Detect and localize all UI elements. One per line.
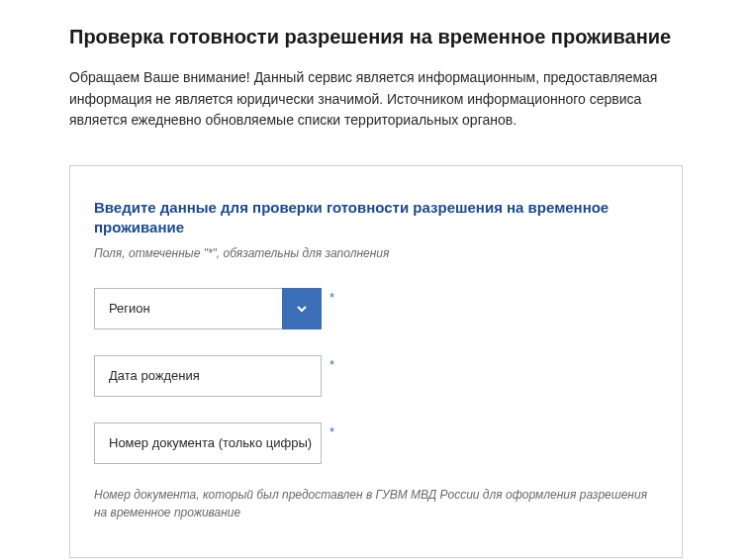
- intro-text: Обращаем Ваше внимание! Данный сервис яв…: [69, 67, 683, 132]
- docnum-label: Номер документа (только цифры): [95, 435, 321, 450]
- chevron-down-icon: [295, 302, 309, 316]
- page-title: Проверка готовности разрешения на времен…: [69, 24, 683, 49]
- field-row-docnum: Номер документа (только цифры) *: [94, 422, 658, 464]
- field-row-birthdate: Дата рождения *: [94, 355, 658, 397]
- region-label: Регион: [95, 301, 282, 316]
- required-asterisk: *: [329, 424, 334, 439]
- dropdown-button[interactable]: [282, 288, 322, 329]
- field-row-region: Регион *: [94, 288, 658, 329]
- form-heading: Введите данные для проверки готовности р…: [94, 198, 658, 238]
- docnum-input[interactable]: Номер документа (только цифры): [94, 422, 322, 464]
- birthdate-label: Дата рождения: [95, 368, 321, 383]
- form-panel: Введите данные для проверки готовности р…: [69, 165, 683, 558]
- required-note: Поля, отмеченные "*", обязательны для за…: [94, 246, 658, 260]
- required-asterisk: *: [329, 357, 334, 372]
- docnum-hint: Номер документа, который был предоставле…: [94, 486, 658, 521]
- region-select[interactable]: Регион: [94, 288, 322, 329]
- required-asterisk: *: [329, 290, 334, 305]
- birthdate-input[interactable]: Дата рождения: [94, 355, 322, 397]
